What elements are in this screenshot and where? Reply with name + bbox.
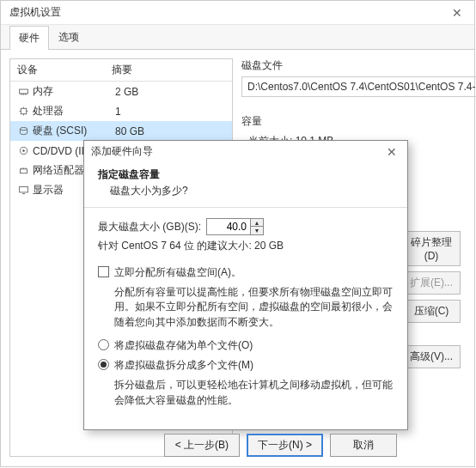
max-disk-input[interactable] (207, 219, 250, 234)
wizard-heading: 指定磁盘容量 (98, 167, 394, 182)
multi-file-desc: 拆分磁盘后，可以更轻松地在计算机之间移动虚拟机，但可能会降低大容量磁盘的性能。 (114, 378, 394, 408)
max-disk-label: 最大磁盘大小 (GB)(S): (98, 220, 201, 234)
wizard-overlay: 添加硬件向导 ✕ 指定磁盘容量 磁盘大小为多少? 最大磁盘大小 (GB)(S):… (1, 1, 474, 466)
allocate-now-desc: 分配所有容量可以提高性能，但要求所有物理磁盘空间立即可用。如果不立即分配所有空间… (114, 285, 394, 330)
recommended-size: 针对 CentOS 7 64 位 的建议大小: 20 GB (98, 239, 394, 253)
next-button[interactable]: 下一步(N) > (247, 434, 323, 457)
multi-file-radio[interactable] (98, 359, 109, 370)
allocate-now-checkbox[interactable] (98, 266, 109, 277)
cancel-button[interactable]: 取消 (330, 434, 397, 457)
spin-up-icon[interactable]: ▲ (251, 219, 263, 227)
wizard-close-icon[interactable]: ✕ (383, 145, 400, 159)
add-hardware-wizard: 添加硬件向导 ✕ 指定磁盘容量 磁盘大小为多少? 最大磁盘大小 (GB)(S):… (83, 140, 408, 430)
spin-down-icon[interactable]: ▼ (251, 227, 263, 234)
vm-settings-window: 虚拟机设置 ✕ 硬件 选项 设备 摘要 内存 2 GB 处理器 1 硬盘 (S (0, 0, 475, 467)
wizard-title: 添加硬件向导 (91, 144, 383, 159)
allocate-now-label: 立即分配所有磁盘空间(A)。 (114, 265, 241, 280)
wizard-subheading: 磁盘大小为多少? (98, 184, 394, 198)
single-file-radio[interactable] (98, 339, 109, 350)
max-disk-spinner[interactable]: ▲ ▼ (206, 218, 264, 235)
single-file-label: 将虚拟磁盘存储为单个文件(O) (114, 338, 253, 353)
back-button[interactable]: < 上一步(B) (164, 434, 240, 457)
multi-file-label: 将虚拟磁盘拆分成多个文件(M) (114, 358, 253, 373)
